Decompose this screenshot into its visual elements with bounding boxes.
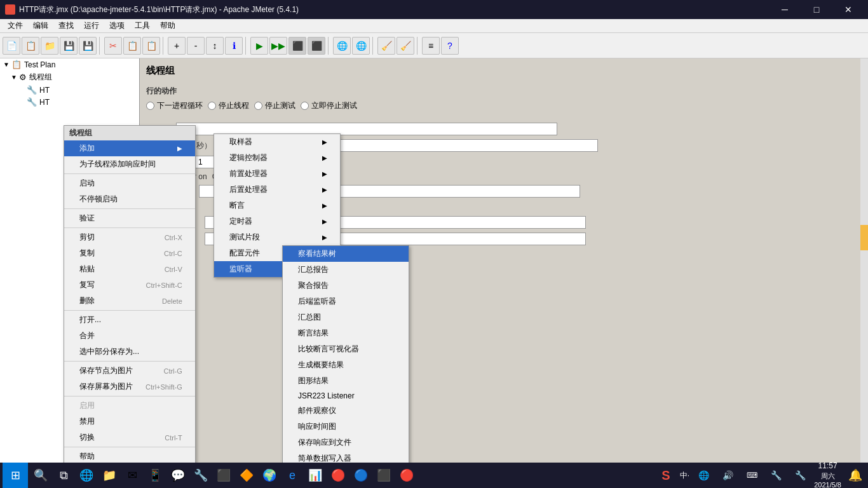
taskbar-mail[interactable]: ✉	[122, 465, 142, 485]
cm2-assertion[interactable]: 断言 ▶	[214, 198, 340, 214]
tb-templates[interactable]: 📋	[22, 37, 39, 55]
cm-add[interactable]: 添加 ▶	[64, 140, 195, 156]
tb-save-all[interactable]: 💾	[79, 37, 97, 55]
menu-tools[interactable]: 工具	[130, 19, 155, 33]
tb-list[interactable]: ≡	[422, 37, 440, 55]
tb-start-nopause[interactable]: ▶▶	[269, 37, 287, 55]
cm3-view-results-tree[interactable]: 察看结果树	[283, 246, 409, 262]
cm3-save-response[interactable]: 保存响应到文件	[283, 435, 409, 451]
cm2-post[interactable]: 后置处理器 ▶	[214, 182, 340, 198]
tree-item-http1[interactable]: 🔧 HT	[0, 84, 139, 96]
cm3-summary-report[interactable]: 汇总报告	[283, 262, 409, 278]
tb-clear-all[interactable]: 🧹	[397, 37, 414, 55]
taskbar-terminal[interactable]: ⬛	[374, 465, 394, 485]
close-button[interactable]: ✕	[834, 0, 863, 19]
cm3-aggregate-report[interactable]: 聚合报告	[283, 278, 409, 294]
taskbar-sogou[interactable]: S	[656, 465, 676, 485]
radio-stop-test[interactable]: 停止测试	[254, 100, 295, 111]
cm2-fragment[interactable]: 测试片段 ▶	[214, 229, 340, 245]
tb-remote-stop[interactable]: 🌐	[352, 37, 370, 55]
taskbar-task-view[interactable]: ⧉	[53, 465, 74, 485]
taskbar-ie[interactable]: e	[282, 465, 302, 485]
taskbar-volume[interactable]: 🔊	[717, 465, 738, 485]
tb-toggle[interactable]: ↕	[206, 37, 224, 55]
cm-delete[interactable]: 删除 Delete	[64, 293, 195, 309]
tb-info[interactable]: ℹ	[225, 37, 243, 55]
tb-help[interactable]: ?	[441, 37, 459, 55]
cm3-jsr223[interactable]: JSR223 Listener	[283, 389, 409, 403]
cm-save-selection[interactable]: 选中部分保存为...	[64, 344, 195, 360]
cm3-summary-chart[interactable]: 汇总图	[283, 309, 409, 325]
cm-save-screen-img[interactable]: 保存屏幕为图片 Ctrl+Shift-G	[64, 379, 195, 395]
cm-save-node-img[interactable]: 保存节点为图片 Ctrl-G	[64, 363, 195, 379]
menu-run[interactable]: 运行	[79, 19, 104, 33]
taskbar-search[interactable]: 🔍	[31, 465, 51, 485]
cm2-sampler[interactable]: 取样器 ▶	[214, 134, 340, 150]
tree-item-testplan[interactable]: ▼ 📋 Test Plan	[0, 58, 139, 71]
cm3-graph-results[interactable]: 图形结果	[283, 373, 409, 389]
tb-stop-now[interactable]: ⬛	[308, 37, 325, 55]
cm-disable[interactable]: 禁用	[64, 414, 195, 430]
taskbar-network[interactable]: 🌐	[693, 465, 714, 485]
tb-stop[interactable]: ⬛	[288, 37, 306, 55]
cm-add-ramp[interactable]: 为子线程添加响应时间	[64, 156, 195, 172]
tb-expand[interactable]: +	[168, 37, 186, 55]
cm2-timer[interactable]: 定时器 ▶	[214, 214, 340, 229]
radio-next-loop[interactable]: 下一进程循环	[146, 100, 203, 111]
cm-open[interactable]: 打开...	[64, 312, 195, 328]
cm-start-nopauses[interactable]: 不停顿启动	[64, 191, 195, 207]
minimize-button[interactable]: ─	[770, 0, 799, 19]
tb-collapse[interactable]: -	[187, 37, 205, 55]
right-scrollbar[interactable]	[860, 58, 868, 475]
tb-new[interactable]: 📄	[3, 37, 20, 55]
taskbar-app4[interactable]: 🔴	[328, 465, 348, 485]
cm-copy[interactable]: 复制 Ctrl-C	[64, 245, 195, 261]
taskbar-app6[interactable]: 🔴	[397, 465, 417, 485]
menu-search[interactable]: 查找	[53, 19, 79, 33]
taskbar-vscode[interactable]: ⬛	[214, 465, 234, 485]
maximize-button[interactable]: □	[802, 0, 831, 19]
cm-cut[interactable]: 剪切 Ctrl-X	[64, 229, 195, 245]
cm-paste[interactable]: 粘贴 Ctrl-V	[64, 261, 195, 277]
cm3-response-time[interactable]: 响应时间图	[283, 419, 409, 435]
start-button[interactable]: ⊞	[3, 463, 28, 488]
cm3-mail-observer[interactable]: 邮件观察仪	[283, 403, 409, 419]
taskbar-keyboard[interactable]: ⌨	[742, 465, 762, 485]
cm3-assertion-results[interactable]: 断言结果	[283, 325, 409, 341]
cm3-backend-listener[interactable]: 后端监听器	[283, 294, 409, 309]
taskbar-app5[interactable]: 🔵	[351, 465, 371, 485]
tb-clear[interactable]: 🧹	[377, 37, 395, 55]
taskbar-explorer[interactable]: 📁	[99, 465, 119, 485]
cm-duplicate[interactable]: 复写 Ctrl+Shift-C	[64, 277, 195, 293]
taskbar-wechat[interactable]: 💬	[168, 465, 188, 485]
menu-options[interactable]: 选项	[104, 19, 130, 33]
radio-stop-thread[interactable]: 停止线程	[208, 100, 249, 111]
tb-paste[interactable]: 📋	[142, 37, 160, 55]
taskbar-clock[interactable]: 11:57 周六 2021/5/8	[814, 461, 841, 488]
taskbar-notifications[interactable]: 🔔	[845, 465, 865, 485]
cm-merge[interactable]: 合并	[64, 328, 195, 344]
taskbar-apps-icon[interactable]: 🔧	[766, 465, 786, 485]
menu-file[interactable]: 文件	[3, 19, 28, 33]
cm-start[interactable]: 启动	[64, 175, 195, 191]
cm-toggle[interactable]: 切换 Ctrl-T	[64, 430, 195, 445]
taskbar-app3[interactable]: 📊	[305, 465, 325, 485]
taskbar-phone[interactable]: 📱	[145, 465, 165, 485]
cm-validate[interactable]: 验证	[64, 210, 195, 226]
cm3-compare-visualizer[interactable]: 比较断言可视化器	[283, 341, 409, 357]
tb-cut[interactable]: ✂	[104, 37, 122, 55]
tree-item-threadgroup[interactable]: ▼ ⚙ 线程组	[0, 71, 139, 84]
tb-open[interactable]: 📁	[41, 37, 58, 55]
tree-item-http2[interactable]: 🔧 HT	[0, 96, 139, 108]
taskbar-app1[interactable]: 🔧	[191, 465, 211, 485]
menu-edit[interactable]: 编辑	[28, 19, 53, 33]
tb-copy[interactable]: 📋	[123, 37, 141, 55]
tb-save[interactable]: 💾	[60, 37, 78, 55]
cm2-pre[interactable]: 前置处理器 ▶	[214, 166, 340, 182]
radio-stop-test-now[interactable]: 立即停止测试	[301, 100, 357, 111]
cm2-logic[interactable]: 逻辑控制器 ▶	[214, 150, 340, 166]
taskbar-chrome[interactable]: 🌍	[259, 465, 280, 485]
tb-remote-start[interactable]: 🌐	[333, 37, 351, 55]
taskbar-edge[interactable]: 🌐	[76, 465, 97, 485]
menu-help[interactable]: 帮助	[155, 19, 180, 33]
